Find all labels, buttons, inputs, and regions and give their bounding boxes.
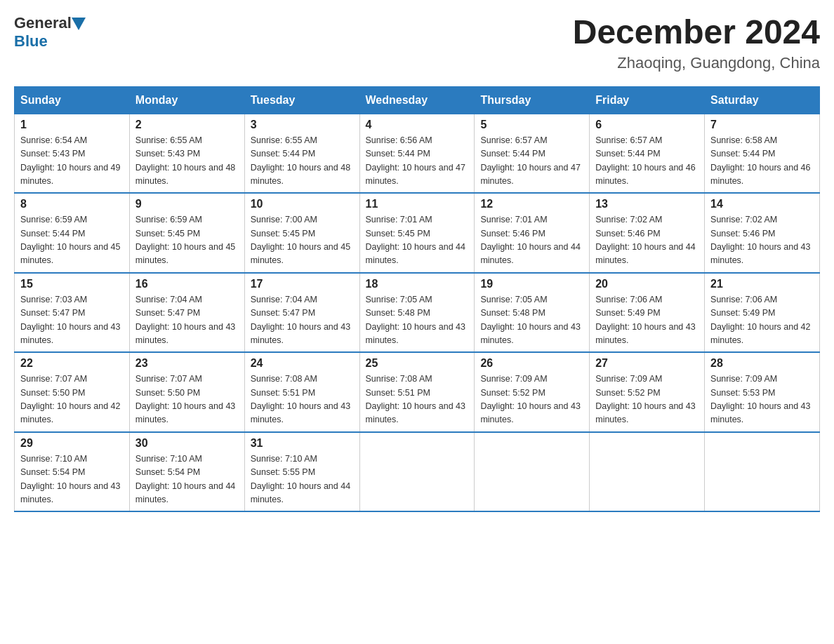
calendar-cell: 17 Sunrise: 7:04 AMSunset: 5:47 PMDaylig… bbox=[244, 273, 359, 353]
calendar-cell: 31 Sunrise: 7:10 AMSunset: 5:55 PMDaylig… bbox=[244, 432, 359, 512]
calendar-week-row: 22 Sunrise: 7:07 AMSunset: 5:50 PMDaylig… bbox=[15, 352, 820, 432]
calendar-subtitle: Zhaoqing, Guangdong, China bbox=[573, 54, 820, 72]
day-info: Sunrise: 6:57 AMSunset: 5:44 PMDaylight:… bbox=[480, 134, 583, 189]
day-number: 9 bbox=[135, 198, 239, 210]
logo: General Blue bbox=[14, 14, 86, 51]
day-number: 2 bbox=[135, 119, 239, 131]
calendar-cell: 1 Sunrise: 6:54 AMSunset: 5:43 PMDayligh… bbox=[15, 114, 130, 193]
day-number: 24 bbox=[251, 357, 354, 370]
day-info: Sunrise: 7:09 AMSunset: 5:52 PMDaylight:… bbox=[480, 373, 583, 427]
calendar-cell: 9 Sunrise: 6:59 AMSunset: 5:45 PMDayligh… bbox=[129, 193, 244, 273]
day-number: 7 bbox=[710, 119, 814, 131]
calendar-cell: 21 Sunrise: 7:06 AMSunset: 5:49 PMDaylig… bbox=[705, 273, 820, 353]
calendar-table: SundayMondayTuesdayWednesdayThursdayFrid… bbox=[14, 86, 820, 513]
calendar-week-row: 15 Sunrise: 7:03 AMSunset: 5:47 PMDaylig… bbox=[15, 273, 820, 353]
day-info: Sunrise: 7:08 AMSunset: 5:51 PMDaylight:… bbox=[366, 373, 469, 427]
calendar-cell: 5 Sunrise: 6:57 AMSunset: 5:44 PMDayligh… bbox=[475, 114, 590, 193]
day-number: 11 bbox=[366, 198, 469, 210]
day-info: Sunrise: 6:59 AMSunset: 5:44 PMDaylight:… bbox=[20, 213, 124, 268]
day-info: Sunrise: 6:58 AMSunset: 5:44 PMDaylight:… bbox=[710, 134, 814, 189]
day-number: 27 bbox=[595, 357, 699, 370]
day-info: Sunrise: 7:07 AMSunset: 5:50 PMDaylight:… bbox=[20, 373, 124, 427]
day-number: 21 bbox=[710, 278, 814, 290]
day-number: 26 bbox=[480, 357, 583, 370]
weekday-header-sunday: Sunday bbox=[15, 86, 130, 114]
day-info: Sunrise: 7:00 AMSunset: 5:45 PMDaylight:… bbox=[251, 213, 354, 268]
calendar-cell: 19 Sunrise: 7:05 AMSunset: 5:48 PMDaylig… bbox=[475, 273, 590, 353]
day-number: 23 bbox=[135, 357, 239, 370]
calendar-cell: 15 Sunrise: 7:03 AMSunset: 5:47 PMDaylig… bbox=[15, 273, 130, 353]
day-number: 5 bbox=[480, 119, 583, 131]
day-number: 22 bbox=[20, 357, 124, 370]
weekday-header-saturday: Saturday bbox=[705, 86, 820, 114]
day-info: Sunrise: 6:57 AMSunset: 5:44 PMDaylight:… bbox=[595, 134, 699, 189]
calendar-cell: 22 Sunrise: 7:07 AMSunset: 5:50 PMDaylig… bbox=[15, 352, 130, 432]
day-number: 1 bbox=[20, 119, 124, 131]
calendar-cell: 14 Sunrise: 7:02 AMSunset: 5:46 PMDaylig… bbox=[705, 193, 820, 273]
calendar-title: December 2024 bbox=[573, 14, 820, 51]
calendar-cell: 12 Sunrise: 7:01 AMSunset: 5:46 PMDaylig… bbox=[475, 193, 590, 273]
day-info: Sunrise: 7:05 AMSunset: 5:48 PMDaylight:… bbox=[480, 293, 583, 348]
calendar-cell bbox=[359, 432, 475, 512]
logo-general-text: General bbox=[14, 14, 72, 32]
calendar-cell: 18 Sunrise: 7:05 AMSunset: 5:48 PMDaylig… bbox=[359, 273, 475, 353]
day-info: Sunrise: 7:05 AMSunset: 5:48 PMDaylight:… bbox=[366, 293, 469, 348]
day-info: Sunrise: 7:08 AMSunset: 5:51 PMDaylight:… bbox=[251, 373, 354, 427]
day-number: 12 bbox=[480, 198, 583, 210]
day-number: 4 bbox=[366, 119, 469, 131]
weekday-header-monday: Monday bbox=[129, 86, 244, 114]
calendar-cell: 7 Sunrise: 6:58 AMSunset: 5:44 PMDayligh… bbox=[705, 114, 820, 193]
weekday-header-row: SundayMondayTuesdayWednesdayThursdayFrid… bbox=[15, 86, 820, 114]
day-number: 8 bbox=[20, 198, 124, 210]
calendar-cell: 6 Sunrise: 6:57 AMSunset: 5:44 PMDayligh… bbox=[590, 114, 705, 193]
calendar-cell bbox=[705, 432, 820, 512]
day-info: Sunrise: 7:04 AMSunset: 5:47 PMDaylight:… bbox=[251, 293, 354, 348]
logo-blue-text: Blue bbox=[14, 32, 48, 50]
day-info: Sunrise: 7:10 AMSunset: 5:54 PMDaylight:… bbox=[135, 452, 239, 507]
calendar-cell: 13 Sunrise: 7:02 AMSunset: 5:46 PMDaylig… bbox=[590, 193, 705, 273]
weekday-header-tuesday: Tuesday bbox=[244, 86, 359, 114]
day-info: Sunrise: 7:06 AMSunset: 5:49 PMDaylight:… bbox=[595, 293, 699, 348]
calendar-cell: 28 Sunrise: 7:09 AMSunset: 5:53 PMDaylig… bbox=[705, 352, 820, 432]
day-info: Sunrise: 7:09 AMSunset: 5:53 PMDaylight:… bbox=[710, 373, 814, 427]
day-info: Sunrise: 7:07 AMSunset: 5:50 PMDaylight:… bbox=[135, 373, 239, 427]
day-number: 19 bbox=[480, 278, 583, 290]
title-block: December 2024 Zhaoqing, Guangdong, China bbox=[573, 14, 820, 72]
day-info: Sunrise: 7:06 AMSunset: 5:49 PMDaylight:… bbox=[710, 293, 814, 348]
calendar-week-row: 29 Sunrise: 7:10 AMSunset: 5:54 PMDaylig… bbox=[15, 432, 820, 512]
calendar-cell: 16 Sunrise: 7:04 AMSunset: 5:47 PMDaylig… bbox=[129, 273, 244, 353]
calendar-cell: 10 Sunrise: 7:00 AMSunset: 5:45 PMDaylig… bbox=[244, 193, 359, 273]
calendar-cell: 30 Sunrise: 7:10 AMSunset: 5:54 PMDaylig… bbox=[129, 432, 244, 512]
calendar-cell: 29 Sunrise: 7:10 AMSunset: 5:54 PMDaylig… bbox=[15, 432, 130, 512]
day-info: Sunrise: 6:55 AMSunset: 5:44 PMDaylight:… bbox=[251, 134, 354, 189]
calendar-cell: 2 Sunrise: 6:55 AMSunset: 5:43 PMDayligh… bbox=[129, 114, 244, 193]
calendar-cell: 3 Sunrise: 6:55 AMSunset: 5:44 PMDayligh… bbox=[244, 114, 359, 193]
day-number: 6 bbox=[595, 119, 699, 131]
day-info: Sunrise: 7:02 AMSunset: 5:46 PMDaylight:… bbox=[710, 213, 814, 268]
calendar-cell: 4 Sunrise: 6:56 AMSunset: 5:44 PMDayligh… bbox=[359, 114, 475, 193]
day-number: 16 bbox=[135, 278, 239, 290]
day-number: 28 bbox=[710, 357, 814, 370]
day-info: Sunrise: 7:01 AMSunset: 5:46 PMDaylight:… bbox=[480, 213, 583, 268]
day-number: 15 bbox=[20, 278, 124, 290]
page-header: General Blue December 2024 Zhaoqing, Gua… bbox=[14, 14, 820, 72]
day-number: 17 bbox=[251, 278, 354, 290]
day-number: 29 bbox=[20, 437, 124, 450]
day-number: 25 bbox=[366, 357, 469, 370]
day-info: Sunrise: 7:10 AMSunset: 5:54 PMDaylight:… bbox=[20, 452, 124, 507]
day-number: 13 bbox=[595, 198, 699, 210]
day-number: 10 bbox=[251, 198, 354, 210]
day-number: 14 bbox=[710, 198, 814, 210]
calendar-week-row: 1 Sunrise: 6:54 AMSunset: 5:43 PMDayligh… bbox=[15, 114, 820, 193]
weekday-header-thursday: Thursday bbox=[475, 86, 590, 114]
calendar-cell: 8 Sunrise: 6:59 AMSunset: 5:44 PMDayligh… bbox=[15, 193, 130, 273]
calendar-cell bbox=[590, 432, 705, 512]
day-info: Sunrise: 6:59 AMSunset: 5:45 PMDaylight:… bbox=[135, 213, 239, 268]
calendar-cell: 20 Sunrise: 7:06 AMSunset: 5:49 PMDaylig… bbox=[590, 273, 705, 353]
day-info: Sunrise: 7:02 AMSunset: 5:46 PMDaylight:… bbox=[595, 213, 699, 268]
day-info: Sunrise: 7:01 AMSunset: 5:45 PMDaylight:… bbox=[366, 213, 469, 268]
weekday-header-friday: Friday bbox=[590, 86, 705, 114]
weekday-header-wednesday: Wednesday bbox=[359, 86, 475, 114]
calendar-cell: 27 Sunrise: 7:09 AMSunset: 5:52 PMDaylig… bbox=[590, 352, 705, 432]
day-number: 18 bbox=[366, 278, 469, 290]
